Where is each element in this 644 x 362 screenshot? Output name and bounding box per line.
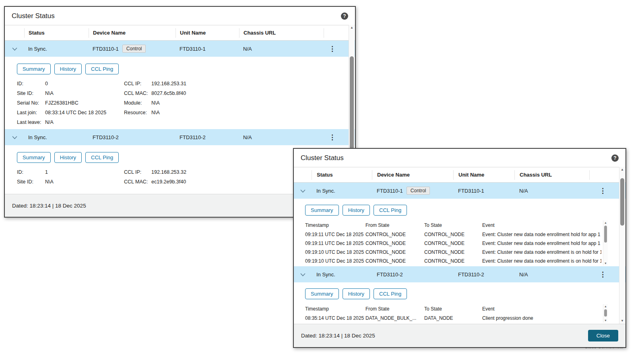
close-button[interactable]: Close	[588, 330, 618, 341]
column-header-chassis-url: Chassis URL	[239, 28, 324, 38]
scrollbar-thumb[interactable]	[620, 178, 624, 226]
history-timestamp: 08:35:14 UTC Dec 18 2025	[305, 315, 365, 321]
dated-text: Dated: 18:23:14 | 18 Dec 2025	[301, 333, 375, 339]
history-to-state: CONTROL_NODE	[424, 249, 482, 255]
summary-label: Site ID:	[17, 90, 45, 96]
history-row: 09:19:11 UTC Dec 18 2025 CONTROL_NODE CO…	[305, 230, 601, 239]
node-device-cell: FTD3110-1 Control	[372, 187, 453, 195]
node-status: In Sync.	[24, 134, 89, 140]
node-status: In Sync.	[312, 272, 372, 278]
control-badge: Control	[122, 45, 146, 53]
tab-summary[interactable]: Summary	[17, 64, 51, 74]
scroll-up-icon[interactable]: ▲	[349, 25, 355, 31]
device-name: FTD3110-2	[93, 134, 119, 140]
summary-label: Module:	[124, 100, 151, 106]
device-name: FTD3110-1	[377, 188, 403, 194]
dialog-title: Cluster Status	[12, 12, 55, 20]
summary-value: N\A	[45, 179, 124, 185]
scroll-down-icon[interactable]: ▼	[619, 318, 625, 324]
cluster-node-row[interactable]: In Sync. FTD3110-2 FTD3110-2 N/A ⋮	[294, 266, 625, 282]
vertical-scrollbar[interactable]: ▲ ▼	[619, 167, 625, 324]
history-timestamp: 09:19:10 UTC Dec 18 2025	[305, 249, 365, 255]
tab-ccl-ping[interactable]: CCL Ping	[85, 64, 119, 74]
cluster-node-row[interactable]: In Sync. FTD3110-1 Control FTD3110-1 N/A…	[5, 41, 355, 57]
chevron-down-icon[interactable]	[12, 46, 17, 52]
summary-label: Last leave:	[17, 119, 45, 125]
summary-value: 192.168.253.31	[151, 81, 355, 86]
summary-label: Last join:	[17, 110, 45, 115]
summary-label	[124, 119, 151, 125]
device-name: FTD3110-1	[93, 46, 119, 52]
dialog-titlebar: Cluster Status ?	[294, 149, 625, 167]
tab-history[interactable]: History	[54, 64, 82, 74]
node-detail-panel: Summary History CCL Ping Timestamp From …	[294, 282, 625, 326]
history-table: Timestamp From State To State Event 09:1…	[305, 220, 608, 265]
kebab-menu-icon[interactable]: ⋮	[599, 187, 606, 195]
help-icon[interactable]: ?	[341, 12, 348, 20]
node-chassis-url: N/A	[239, 46, 324, 52]
history-row: 09:19:11 UTC Dec 18 2025 CONTROL_NODE CO…	[305, 239, 601, 248]
history-to-state: CONTROL_NODE	[424, 241, 482, 246]
column-header-device-name: Device Name	[89, 28, 175, 38]
history-event: Event: Cluster new data node enrollment …	[482, 249, 601, 255]
scrollbar-thumb[interactable]	[604, 226, 607, 243]
scrollbar-thumb[interactable]	[604, 309, 607, 317]
tab-summary[interactable]: Summary	[305, 288, 339, 299]
scroll-up-icon[interactable]: ▲	[603, 220, 608, 225]
summary-label: CCL IP:	[124, 81, 151, 86]
kebab-menu-icon[interactable]: ⋮	[329, 45, 336, 53]
summary-value: FJZ26381HBC	[45, 100, 124, 106]
dialog-footer: Dated: 18:23:14 | 18 Dec 2025 Close	[294, 324, 625, 347]
cluster-node-row[interactable]: In Sync. FTD3110-2 FTD3110-2 N/A ⋮	[5, 129, 355, 145]
kebab-menu-icon[interactable]: ⋮	[599, 271, 606, 278]
tab-history[interactable]: History	[343, 288, 370, 299]
tab-ccl-ping[interactable]: CCL Ping	[374, 288, 407, 299]
summary-value: 8027.6c5b.8f40	[151, 90, 355, 96]
scroll-up-icon[interactable]: ▲	[603, 304, 608, 309]
summary-label: CCL IP:	[124, 169, 151, 175]
summary-value: N\A	[45, 90, 124, 96]
history-scrollbar[interactable]: ▲ ▼	[603, 220, 608, 265]
node-detail-panel: Summary History CCL Ping ID: 0 CCL IP: 1…	[5, 57, 355, 129]
tab-summary[interactable]: Summary	[305, 205, 339, 216]
history-timestamp: 09:19:10 UTC Dec 18 2025	[305, 258, 365, 264]
summary-value: 1	[45, 169, 124, 175]
node-chassis-url: N/A	[514, 188, 589, 194]
history-table: Timestamp From State To State Event 08:3…	[305, 304, 608, 323]
chevron-down-icon[interactable]	[300, 272, 305, 278]
history-scrollbar[interactable]: ▲ ▼	[603, 304, 608, 323]
scroll-down-icon[interactable]: ▼	[603, 261, 608, 265]
tab-ccl-ping[interactable]: CCL Ping	[85, 152, 119, 163]
history-from-state: CONTROL_NODE	[365, 232, 424, 237]
detail-tabs: Summary History CCL Ping	[17, 64, 355, 74]
history-col-event: Event	[482, 306, 601, 312]
kebab-menu-icon[interactable]: ⋮	[329, 134, 336, 141]
summary-value: N/A	[45, 119, 124, 125]
help-icon[interactable]: ?	[611, 154, 619, 162]
history-col-to-state: To State	[424, 306, 482, 312]
scroll-up-icon[interactable]: ▲	[619, 167, 625, 173]
node-chassis-url: N/A	[514, 272, 589, 278]
summary-value: N\A	[151, 100, 355, 106]
history-row: 08:35:14 UTC Dec 18 2025 DATA_NODE_BULK_…	[305, 314, 601, 323]
column-header-chassis-url: Chassis URL	[514, 170, 589, 180]
history-col-event: Event	[482, 222, 601, 228]
summary-value: N\A	[151, 110, 355, 115]
history-col-from-state: From State	[365, 222, 424, 228]
tab-history[interactable]: History	[54, 152, 82, 163]
history-timestamp: 09:19:11 UTC Dec 18 2025	[305, 232, 365, 237]
chevron-down-icon[interactable]	[12, 135, 17, 141]
scroll-down-icon[interactable]: ▼	[603, 318, 608, 323]
summary-label: Site ID:	[17, 179, 45, 185]
summary-value	[151, 119, 355, 125]
node-unit-name: FTD3110-1	[175, 46, 239, 52]
tab-summary[interactable]: Summary	[17, 152, 51, 163]
tab-ccl-ping[interactable]: CCL Ping	[374, 205, 407, 216]
tab-history[interactable]: History	[343, 205, 370, 216]
node-device-cell: FTD3110-2	[372, 272, 453, 278]
cluster-node-row[interactable]: In Sync. FTD3110-1 Control FTD3110-1 N/A…	[294, 183, 625, 199]
chevron-down-icon[interactable]	[300, 188, 305, 194]
node-chassis-url: N/A	[239, 134, 324, 140]
summary-value: 08:33:14 UTC Dec 18 2025	[45, 110, 124, 115]
column-header-status: Status	[312, 170, 372, 180]
